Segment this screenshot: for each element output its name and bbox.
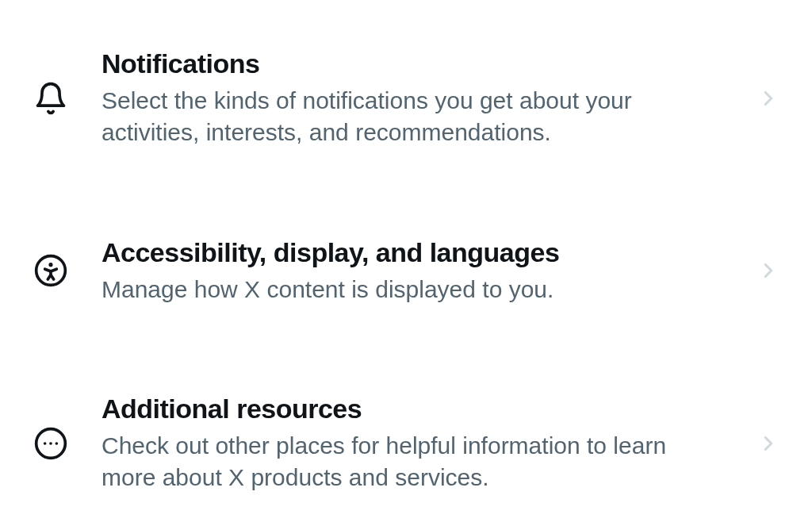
settings-item-title: Notifications (102, 48, 725, 80)
settings-item-title: Accessibility, display, and languages (102, 236, 725, 269)
more-icon (32, 424, 70, 463)
chevron-right-icon (756, 86, 780, 110)
svg-point-3 (44, 442, 47, 445)
settings-item-content: Notifications Select the kinds of notifi… (102, 48, 725, 149)
accessibility-icon (32, 251, 70, 290)
settings-list: Notifications Select the kinds of notifi… (0, 0, 812, 518)
settings-item-title: Additional resources (102, 393, 725, 425)
svg-point-5 (56, 442, 59, 445)
chevron-right-icon (756, 259, 780, 282)
settings-item-content: Accessibility, display, and languages Ma… (102, 236, 725, 305)
bell-icon (32, 79, 70, 117)
svg-point-1 (48, 263, 52, 267)
settings-item-notifications[interactable]: Notifications Select the kinds of notifi… (0, 24, 812, 173)
chevron-right-icon (756, 432, 780, 455)
settings-item-content: Additional resources Check out other pla… (102, 393, 725, 494)
svg-point-4 (49, 442, 52, 445)
settings-item-description: Manage how X content is displayed to you… (102, 274, 725, 306)
settings-item-resources[interactable]: Additional resources Check out other pla… (0, 369, 812, 518)
settings-item-accessibility[interactable]: Accessibility, display, and languages Ma… (0, 213, 812, 329)
settings-item-description: Check out other places for helpful infor… (102, 430, 725, 494)
settings-item-description: Select the kinds of notifications you ge… (102, 85, 725, 149)
